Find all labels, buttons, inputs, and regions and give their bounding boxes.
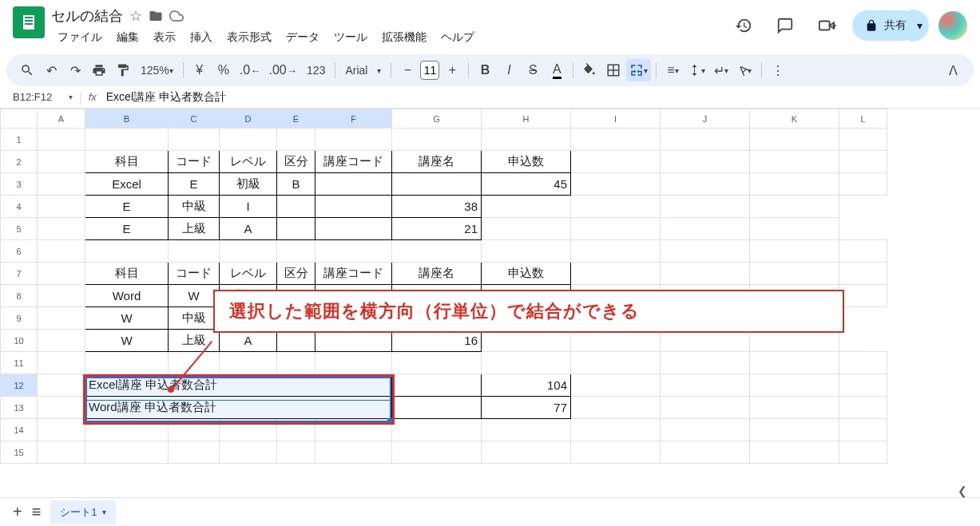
font-select[interactable]: Arial ▾ [340, 59, 386, 81]
cell[interactable]: 申込数 [482, 151, 571, 173]
cell[interactable] [750, 374, 839, 397]
cell[interactable] [392, 129, 482, 151]
print-icon[interactable] [88, 59, 110, 81]
cell[interactable] [750, 129, 839, 151]
wrap-icon[interactable]: ↵ ▾ [710, 59, 732, 81]
collapse-toolbar-icon[interactable]: ᐱ [942, 59, 964, 81]
cell[interactable] [571, 151, 661, 173]
row-header[interactable]: 6 [1, 240, 38, 263]
cell[interactable]: A [220, 218, 277, 240]
redo-icon[interactable]: ↷ [64, 59, 86, 81]
col-header[interactable]: L [839, 109, 887, 129]
cell[interactable] [85, 129, 169, 151]
rotate-icon[interactable]: A ▾ [734, 59, 756, 81]
row-header[interactable]: 12 [1, 374, 38, 397]
cell[interactable]: 科目 [85, 263, 169, 285]
cell[interactable] [661, 352, 750, 374]
cell[interactable] [315, 196, 392, 218]
cell[interactable] [482, 218, 571, 240]
cell[interactable] [38, 352, 85, 374]
cell[interactable] [661, 374, 750, 397]
row-header[interactable]: 9 [1, 307, 38, 330]
cell[interactable] [839, 151, 887, 173]
cell[interactable]: コード [169, 151, 220, 173]
history-icon[interactable] [728, 10, 760, 42]
cell[interactable] [220, 352, 277, 374]
search-icon[interactable] [16, 59, 38, 81]
move-icon[interactable] [149, 9, 163, 23]
user-avatar[interactable] [938, 11, 967, 40]
cell[interactable]: E [169, 173, 220, 196]
namebox-dropdown[interactable]: ▾ [69, 93, 73, 101]
row-header[interactable]: 3 [1, 173, 38, 196]
col-header[interactable]: B [85, 109, 169, 129]
menu-tools[interactable]: ツール [327, 27, 374, 48]
cell[interactable] [571, 352, 661, 374]
cell[interactable] [38, 173, 85, 196]
col-header[interactable]: G [392, 109, 482, 129]
cell[interactable] [315, 419, 392, 441]
cell[interactable] [839, 240, 887, 263]
cell[interactable] [482, 240, 571, 263]
cell[interactable]: E [85, 196, 169, 218]
cell[interactable] [571, 263, 661, 285]
cell[interactable]: 中級 [169, 307, 220, 330]
cell[interactable] [482, 352, 571, 374]
scroll-right-icon[interactable]: ❮ [958, 484, 967, 497]
cell[interactable] [38, 240, 85, 263]
row-header[interactable]: 2 [1, 151, 38, 173]
cell[interactable] [839, 285, 887, 307]
cell[interactable]: レベル [220, 151, 277, 173]
add-sheet-icon[interactable]: + [13, 503, 22, 521]
cell[interactable]: 科目 [85, 151, 169, 173]
cell[interactable] [482, 129, 571, 151]
cell[interactable] [839, 129, 887, 151]
cell[interactable] [38, 419, 85, 441]
col-header[interactable]: J [661, 109, 750, 129]
cell[interactable] [38, 374, 85, 397]
share-dropdown[interactable]: ▾ [910, 10, 929, 42]
cell[interactable] [315, 173, 392, 196]
cell[interactable]: 講座名 [392, 151, 482, 173]
cell[interactable] [750, 397, 839, 419]
cell[interactable]: 申込数 [482, 263, 571, 285]
cell[interactable] [392, 173, 482, 196]
tab-menu-icon[interactable]: ▾ [102, 508, 106, 516]
font-size-input[interactable] [420, 61, 439, 80]
cell[interactable] [571, 196, 661, 218]
italic-icon[interactable]: I [498, 59, 520, 81]
cell[interactable] [38, 218, 85, 240]
cell[interactable] [571, 441, 661, 464]
cell[interactable] [38, 330, 85, 352]
bold-icon[interactable]: B [474, 59, 496, 81]
cell[interactable] [38, 441, 85, 464]
cell[interactable]: 区分 [277, 263, 315, 285]
formula-bar[interactable]: Excel講座 申込者数合計 [103, 90, 226, 105]
font-size-increase[interactable]: + [441, 59, 463, 81]
cell[interactable] [392, 352, 482, 374]
col-header[interactable]: A [38, 109, 85, 129]
menu-data[interactable]: データ [280, 27, 326, 48]
cell[interactable] [277, 419, 315, 441]
all-sheets-icon[interactable]: ≡ [32, 503, 42, 521]
cell[interactable] [38, 397, 85, 419]
cell[interactable]: 21 [392, 218, 482, 240]
text-color-icon[interactable]: A [546, 59, 568, 81]
cell[interactable] [661, 129, 750, 151]
cell[interactable] [38, 196, 85, 218]
star-icon[interactable]: ☆ [129, 7, 142, 25]
cell[interactable] [38, 129, 85, 151]
cell[interactable] [571, 240, 661, 263]
cell[interactable] [220, 129, 277, 151]
row-header[interactable]: 10 [1, 330, 38, 352]
cell[interactable]: 初級 [220, 173, 277, 196]
cell[interactable]: Excel講座 申込者数合計 [85, 374, 392, 397]
cell[interactable]: 講座コード [315, 263, 392, 285]
menu-file[interactable]: ファイル [51, 27, 109, 48]
cell[interactable] [38, 151, 85, 173]
cell[interactable] [839, 173, 887, 196]
cell[interactable] [315, 129, 392, 151]
meet-icon[interactable]: ▾ [811, 10, 843, 42]
col-header[interactable]: C [169, 109, 220, 129]
cell[interactable]: 講座コード [315, 151, 392, 173]
